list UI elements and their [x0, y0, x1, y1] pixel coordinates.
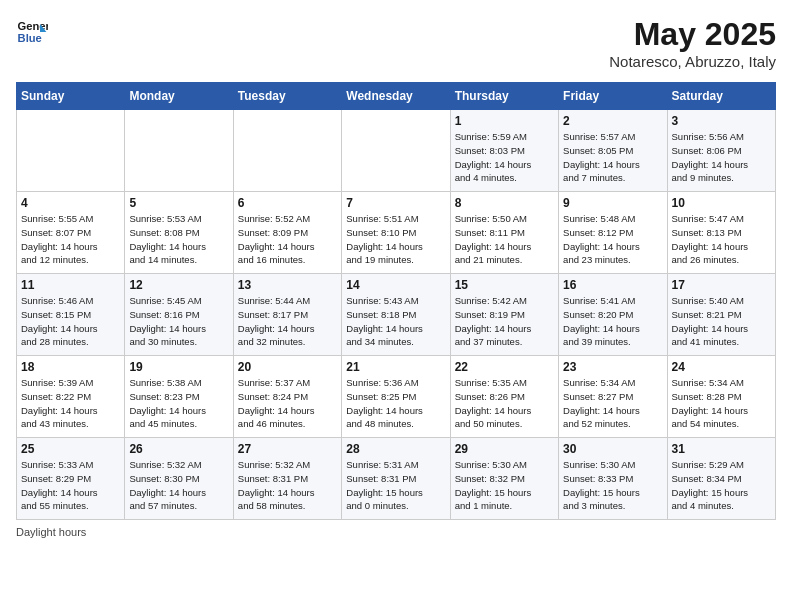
calendar-cell: 13Sunrise: 5:44 AM Sunset: 8:17 PM Dayli…: [233, 274, 341, 356]
calendar-cell: [125, 110, 233, 192]
day-info: Sunrise: 5:34 AM Sunset: 8:27 PM Dayligh…: [563, 376, 662, 431]
day-info: Sunrise: 5:38 AM Sunset: 8:23 PM Dayligh…: [129, 376, 228, 431]
day-info: Sunrise: 5:52 AM Sunset: 8:09 PM Dayligh…: [238, 212, 337, 267]
calendar-cell: 5Sunrise: 5:53 AM Sunset: 8:08 PM Daylig…: [125, 192, 233, 274]
day-info: Sunrise: 5:53 AM Sunset: 8:08 PM Dayligh…: [129, 212, 228, 267]
day-info: Sunrise: 5:51 AM Sunset: 8:10 PM Dayligh…: [346, 212, 445, 267]
day-number: 28: [346, 442, 445, 456]
day-number: 12: [129, 278, 228, 292]
calendar-cell: 12Sunrise: 5:45 AM Sunset: 8:16 PM Dayli…: [125, 274, 233, 356]
calendar-cell: 11Sunrise: 5:46 AM Sunset: 8:15 PM Dayli…: [17, 274, 125, 356]
daylight-label: Daylight hours: [16, 526, 86, 538]
day-info: Sunrise: 5:40 AM Sunset: 8:21 PM Dayligh…: [672, 294, 771, 349]
day-number: 3: [672, 114, 771, 128]
day-info: Sunrise: 5:37 AM Sunset: 8:24 PM Dayligh…: [238, 376, 337, 431]
day-number: 25: [21, 442, 120, 456]
day-number: 31: [672, 442, 771, 456]
day-info: Sunrise: 5:50 AM Sunset: 8:11 PM Dayligh…: [455, 212, 554, 267]
day-info: Sunrise: 5:56 AM Sunset: 8:06 PM Dayligh…: [672, 130, 771, 185]
day-info: Sunrise: 5:39 AM Sunset: 8:22 PM Dayligh…: [21, 376, 120, 431]
calendar-cell: 9Sunrise: 5:48 AM Sunset: 8:12 PM Daylig…: [559, 192, 667, 274]
calendar-cell: 15Sunrise: 5:42 AM Sunset: 8:19 PM Dayli…: [450, 274, 558, 356]
calendar-cell: 7Sunrise: 5:51 AM Sunset: 8:10 PM Daylig…: [342, 192, 450, 274]
day-number: 18: [21, 360, 120, 374]
dow-header: Saturday: [667, 83, 775, 110]
day-info: Sunrise: 5:42 AM Sunset: 8:19 PM Dayligh…: [455, 294, 554, 349]
day-number: 27: [238, 442, 337, 456]
day-number: 10: [672, 196, 771, 210]
calendar-cell: 29Sunrise: 5:30 AM Sunset: 8:32 PM Dayli…: [450, 438, 558, 520]
calendar-table: SundayMondayTuesdayWednesdayThursdayFrid…: [16, 82, 776, 520]
calendar-cell: 31Sunrise: 5:29 AM Sunset: 8:34 PM Dayli…: [667, 438, 775, 520]
day-number: 14: [346, 278, 445, 292]
day-number: 30: [563, 442, 662, 456]
day-info: Sunrise: 5:44 AM Sunset: 8:17 PM Dayligh…: [238, 294, 337, 349]
day-number: 19: [129, 360, 228, 374]
calendar-cell: 16Sunrise: 5:41 AM Sunset: 8:20 PM Dayli…: [559, 274, 667, 356]
day-info: Sunrise: 5:29 AM Sunset: 8:34 PM Dayligh…: [672, 458, 771, 513]
day-info: Sunrise: 5:30 AM Sunset: 8:32 PM Dayligh…: [455, 458, 554, 513]
month-title: May 2025: [609, 16, 776, 53]
day-info: Sunrise: 5:43 AM Sunset: 8:18 PM Dayligh…: [346, 294, 445, 349]
calendar-cell: [17, 110, 125, 192]
day-number: 15: [455, 278, 554, 292]
day-number: 8: [455, 196, 554, 210]
day-number: 24: [672, 360, 771, 374]
calendar-cell: 3Sunrise: 5:56 AM Sunset: 8:06 PM Daylig…: [667, 110, 775, 192]
day-number: 4: [21, 196, 120, 210]
day-number: 7: [346, 196, 445, 210]
day-number: 29: [455, 442, 554, 456]
day-number: 20: [238, 360, 337, 374]
dow-header: Friday: [559, 83, 667, 110]
calendar-cell: 4Sunrise: 5:55 AM Sunset: 8:07 PM Daylig…: [17, 192, 125, 274]
day-number: 1: [455, 114, 554, 128]
dow-header: Tuesday: [233, 83, 341, 110]
day-number: 16: [563, 278, 662, 292]
calendar-cell: 14Sunrise: 5:43 AM Sunset: 8:18 PM Dayli…: [342, 274, 450, 356]
day-info: Sunrise: 5:33 AM Sunset: 8:29 PM Dayligh…: [21, 458, 120, 513]
day-number: 17: [672, 278, 771, 292]
dow-header: Sunday: [17, 83, 125, 110]
day-number: 6: [238, 196, 337, 210]
logo-icon: General Blue: [16, 16, 48, 48]
day-info: Sunrise: 5:46 AM Sunset: 8:15 PM Dayligh…: [21, 294, 120, 349]
day-info: Sunrise: 5:34 AM Sunset: 8:28 PM Dayligh…: [672, 376, 771, 431]
footer: Daylight hours: [16, 526, 776, 538]
day-number: 2: [563, 114, 662, 128]
day-info: Sunrise: 5:59 AM Sunset: 8:03 PM Dayligh…: [455, 130, 554, 185]
dow-header: Monday: [125, 83, 233, 110]
day-number: 21: [346, 360, 445, 374]
dow-header: Wednesday: [342, 83, 450, 110]
calendar-cell: 19Sunrise: 5:38 AM Sunset: 8:23 PM Dayli…: [125, 356, 233, 438]
title-block: May 2025 Notaresco, Abruzzo, Italy: [609, 16, 776, 70]
calendar-cell: 1Sunrise: 5:59 AM Sunset: 8:03 PM Daylig…: [450, 110, 558, 192]
dow-header: Thursday: [450, 83, 558, 110]
calendar-cell: 25Sunrise: 5:33 AM Sunset: 8:29 PM Dayli…: [17, 438, 125, 520]
calendar-cell: 26Sunrise: 5:32 AM Sunset: 8:30 PM Dayli…: [125, 438, 233, 520]
svg-text:Blue: Blue: [18, 32, 42, 44]
calendar-cell: 8Sunrise: 5:50 AM Sunset: 8:11 PM Daylig…: [450, 192, 558, 274]
day-number: 23: [563, 360, 662, 374]
day-info: Sunrise: 5:31 AM Sunset: 8:31 PM Dayligh…: [346, 458, 445, 513]
day-info: Sunrise: 5:48 AM Sunset: 8:12 PM Dayligh…: [563, 212, 662, 267]
calendar-cell: 22Sunrise: 5:35 AM Sunset: 8:26 PM Dayli…: [450, 356, 558, 438]
calendar-cell: 20Sunrise: 5:37 AM Sunset: 8:24 PM Dayli…: [233, 356, 341, 438]
calendar-cell: 18Sunrise: 5:39 AM Sunset: 8:22 PM Dayli…: [17, 356, 125, 438]
day-number: 9: [563, 196, 662, 210]
day-number: 22: [455, 360, 554, 374]
calendar-cell: 2Sunrise: 5:57 AM Sunset: 8:05 PM Daylig…: [559, 110, 667, 192]
day-info: Sunrise: 5:30 AM Sunset: 8:33 PM Dayligh…: [563, 458, 662, 513]
day-info: Sunrise: 5:32 AM Sunset: 8:30 PM Dayligh…: [129, 458, 228, 513]
day-info: Sunrise: 5:55 AM Sunset: 8:07 PM Dayligh…: [21, 212, 120, 267]
day-info: Sunrise: 5:57 AM Sunset: 8:05 PM Dayligh…: [563, 130, 662, 185]
day-number: 5: [129, 196, 228, 210]
calendar-cell: 28Sunrise: 5:31 AM Sunset: 8:31 PM Dayli…: [342, 438, 450, 520]
calendar-cell: [342, 110, 450, 192]
day-number: 13: [238, 278, 337, 292]
day-info: Sunrise: 5:47 AM Sunset: 8:13 PM Dayligh…: [672, 212, 771, 267]
calendar-cell: 17Sunrise: 5:40 AM Sunset: 8:21 PM Dayli…: [667, 274, 775, 356]
calendar-cell: [233, 110, 341, 192]
day-info: Sunrise: 5:45 AM Sunset: 8:16 PM Dayligh…: [129, 294, 228, 349]
day-info: Sunrise: 5:32 AM Sunset: 8:31 PM Dayligh…: [238, 458, 337, 513]
location: Notaresco, Abruzzo, Italy: [609, 53, 776, 70]
